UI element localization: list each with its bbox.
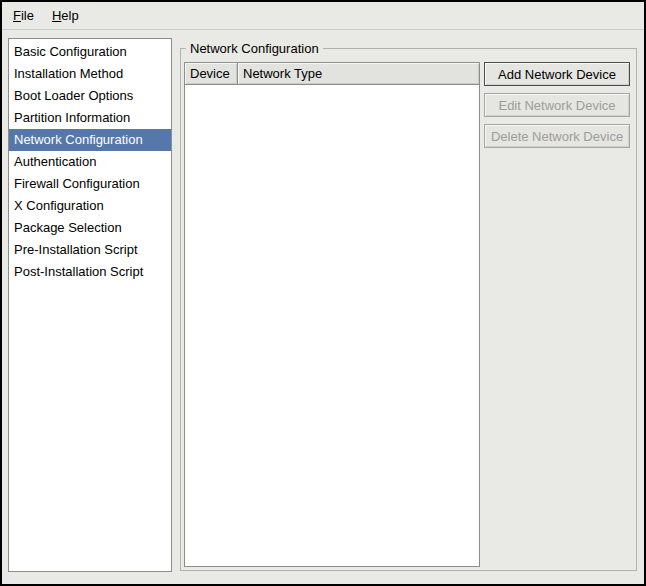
menu-file[interactable]: File <box>4 4 43 27</box>
sidebar-item-package-selection[interactable]: Package Selection <box>9 217 171 239</box>
sidebar-item-x-configuration[interactable]: X Configuration <box>9 195 171 217</box>
add-network-device-button[interactable]: Add Network Device <box>484 62 630 86</box>
sidebar-item-network-configuration[interactable]: Network Configuration <box>9 129 171 151</box>
delete-network-device-button[interactable]: Delete Network Device <box>484 124 630 148</box>
sidebar-item-authentication[interactable]: Authentication <box>9 151 171 173</box>
network-configuration-frame: Network Configuration Device Network Typ… <box>180 48 637 571</box>
menu-bar: File Help <box>2 2 644 30</box>
sidebar-item-boot-loader-options[interactable]: Boot Loader Options <box>9 85 171 107</box>
menu-help[interactable]: Help <box>43 4 88 27</box>
sidebar-item-pre-installation-script[interactable]: Pre-Installation Script <box>9 239 171 261</box>
sidebar-item-installation-method[interactable]: Installation Method <box>9 63 171 85</box>
section-list: Basic Configuration Installation Method … <box>8 38 172 572</box>
frame-title: Network Configuration <box>186 40 323 57</box>
sidebar-item-post-installation-script[interactable]: Post-Installation Script <box>9 261 171 283</box>
kickstart-configurator-window: File Help Basic Configuration Installati… <box>0 0 646 586</box>
sidebar-item-firewall-configuration[interactable]: Firewall Configuration <box>9 173 171 195</box>
table-body-empty[interactable] <box>184 85 480 567</box>
edit-network-device-button[interactable]: Edit Network Device <box>484 93 630 117</box>
sidebar-item-basic-configuration[interactable]: Basic Configuration <box>9 41 171 63</box>
device-action-buttons: Add Network Device Edit Network Device D… <box>484 62 630 148</box>
column-header-device[interactable]: Device <box>184 62 238 85</box>
sidebar-item-partition-information[interactable]: Partition Information <box>9 107 171 129</box>
column-header-network-type[interactable]: Network Type <box>237 62 480 85</box>
table-header-row: Device Network Type <box>184 62 480 85</box>
network-device-table: Device Network Type <box>184 62 480 567</box>
